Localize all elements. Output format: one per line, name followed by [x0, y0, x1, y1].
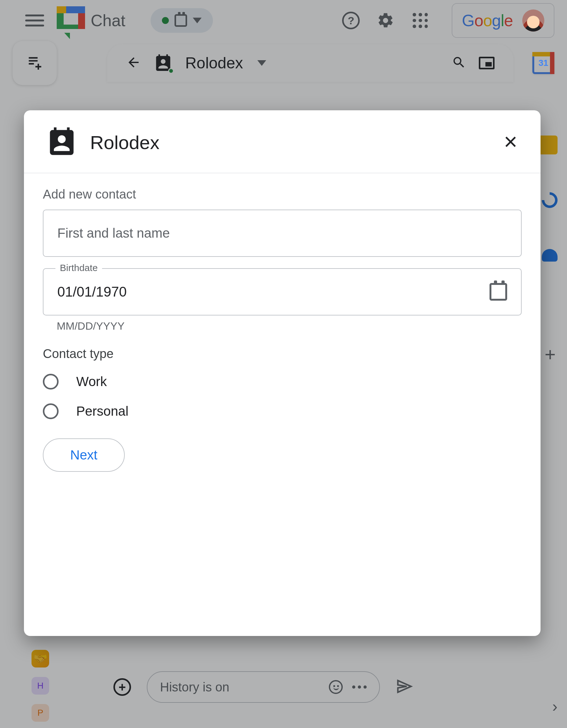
- radio-personal[interactable]: [43, 403, 59, 419]
- close-icon: [503, 134, 518, 150]
- add-contact-label: Add new contact: [43, 187, 522, 201]
- contact-type-label: Contact type: [43, 347, 522, 361]
- contact-type-personal-row[interactable]: Personal: [43, 399, 522, 424]
- contact-type-work-row[interactable]: Work: [43, 369, 522, 394]
- birthdate-legend: Birthdate: [55, 263, 102, 273]
- name-placeholder: First and last name: [57, 226, 170, 241]
- calendar-day: 31: [538, 58, 548, 68]
- dialog-close-button[interactable]: [503, 134, 518, 151]
- name-input[interactable]: First and last name: [43, 210, 522, 257]
- dialog-title: Rolodex: [90, 132, 159, 153]
- next-label: Next: [70, 448, 97, 463]
- calendar-icon[interactable]: [489, 283, 507, 301]
- radio-work-label: Work: [76, 374, 107, 389]
- radio-work[interactable]: [43, 374, 59, 390]
- birthdate-help: MM/DD/YYYY: [57, 320, 522, 332]
- rolodex-dialog: Rolodex Add new contact First and last n…: [24, 110, 541, 636]
- dialog-app-icon: [46, 126, 78, 159]
- birthdate-input[interactable]: 01/01/1970: [43, 268, 522, 315]
- birthdate-value: 01/01/1970: [57, 284, 127, 300]
- next-button[interactable]: Next: [43, 438, 125, 472]
- contact-card-icon: [46, 126, 78, 158]
- radio-personal-label: Personal: [76, 404, 129, 419]
